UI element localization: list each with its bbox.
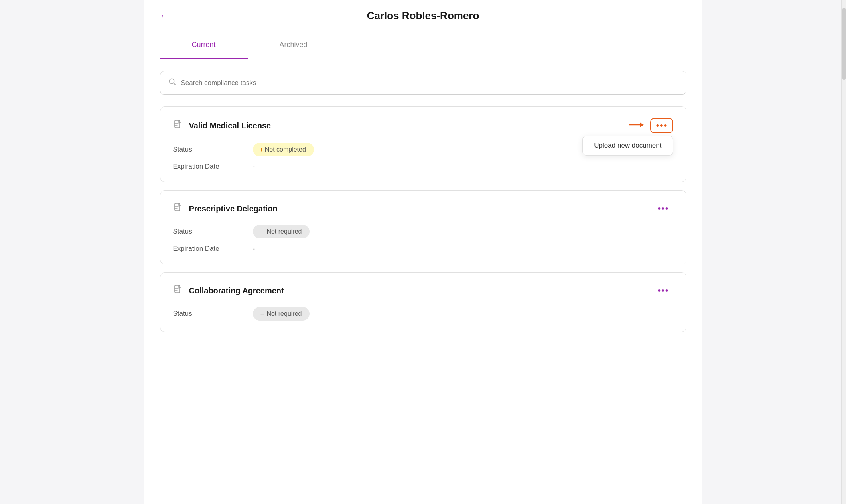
tab-archived[interactable]: Archived [248,32,339,59]
card-title-group-collaborating: Collaborating Agreement [173,285,284,297]
document-icon-collaborating [173,285,183,297]
status-badge-not-required-prescriptive: – Not required [253,225,310,238]
more-button-collaborating[interactable]: ••• [653,284,673,297]
search-container [144,59,702,102]
card-title-medical-license: Valid Medical License [189,121,271,130]
document-icon-prescriptive [173,203,183,215]
svg-rect-2 [175,120,180,128]
card-header-collaborating: Collaborating Agreement ••• [173,284,673,297]
card-fields-collaborating: Status – Not required [173,307,673,321]
svg-rect-6 [175,285,180,293]
svg-rect-5 [175,203,180,211]
status-field-collaborating: Status – Not required [173,307,673,321]
card-collaborating-agreement: Collaborating Agreement ••• Status – Not… [160,272,686,332]
card-header-medical-license: Valid Medical License ••• [173,118,673,133]
card-title-group: Valid Medical License [173,120,271,132]
scrollbar[interactable] [841,0,846,504]
card-title-collaborating: Collaborating Agreement [189,286,284,295]
warning-icon: ! [261,146,262,153]
svg-marker-4 [640,122,644,127]
search-icon [168,78,176,88]
card-header-prescriptive: Prescriptive Delegation ••• [173,202,673,215]
header: ← Carlos Robles-Romero [144,0,702,32]
expiration-label: Expiration Date [173,163,253,171]
search-box [160,71,686,94]
status-badge-not-required-collaborating: – Not required [253,307,310,321]
upload-document-tooltip[interactable]: Upload new document [582,136,673,156]
status-label-collaborating: Status [173,310,253,318]
status-badge-not-completed: ! Not completed [253,143,314,156]
page-title: Carlos Robles-Romero [367,10,479,22]
more-button-prescriptive[interactable]: ••• [653,202,673,215]
svg-point-0 [169,79,174,84]
expiration-field: Expiration Date - [173,163,673,171]
expiration-field-prescriptive: Expiration Date - [173,245,673,253]
status-field-prescriptive: Status – Not required [173,225,673,238]
card-title-prescriptive: Prescriptive Delegation [189,204,278,213]
more-button-medical-license[interactable]: ••• [650,118,673,133]
search-input[interactable] [181,79,678,87]
card-fields-prescriptive: Status – Not required Expiration Date - [173,225,673,253]
arrow-right-icon [629,120,644,131]
document-icon [173,120,183,132]
svg-line-1 [174,83,176,85]
back-icon: ← [160,11,169,21]
card-prescriptive-delegation: Prescriptive Delegation ••• Status – Not… [160,190,686,264]
cards-container: Valid Medical License ••• St [144,102,702,348]
status-label-prescriptive: Status [173,228,253,236]
status-label: Status [173,146,253,154]
card-title-group-prescriptive: Prescriptive Delegation [173,203,278,215]
arrow-container: ••• [629,118,673,133]
expiration-label-prescriptive: Expiration Date [173,245,253,253]
expiration-value: - [253,163,255,171]
tab-current[interactable]: Current [160,32,248,59]
expiration-value-prescriptive: - [253,245,255,253]
dash-icon-prescriptive: – [261,228,264,235]
tabs-container: Current Archived [144,32,702,59]
back-button[interactable]: ← [160,11,169,21]
card-medical-license: Valid Medical License ••• St [160,106,686,182]
dash-icon-collaborating: – [261,310,264,317]
scrollbar-thumb [842,8,846,80]
